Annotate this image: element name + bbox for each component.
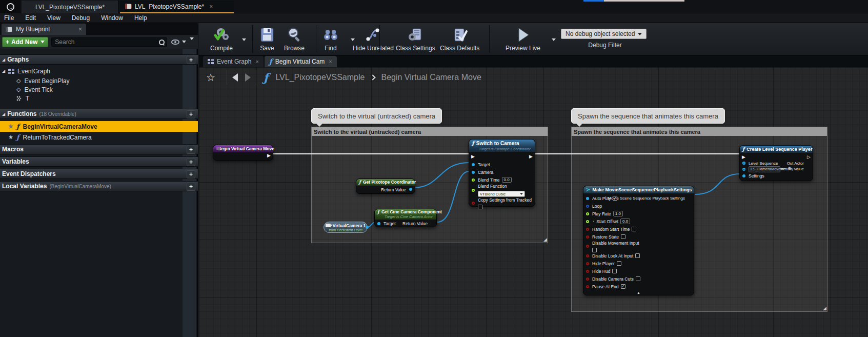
unreal-logo[interactable] (0, 0, 21, 13)
collapse-node-icon[interactable]: ▲ (637, 291, 640, 294)
object-pin[interactable] (472, 163, 475, 166)
menu-file[interactable]: File (4, 14, 20, 22)
pause-at-end-checkbox[interactable]: ✓ (621, 284, 625, 289)
node-get-pixotope-coordinator[interactable]: ƒ Get Pixotope Coordinator Return Value (356, 179, 415, 194)
blend-function-dropdown[interactable]: VTBlend Cubic (478, 191, 525, 197)
bool-pin[interactable] (586, 270, 589, 273)
browse-button[interactable]: Browse (284, 26, 305, 52)
close-icon[interactable]: × (329, 58, 332, 65)
sidebar-item-beginvirtualcameramove[interactable]: ★ ƒ BeginVirtualCameraMove (0, 121, 198, 132)
preview-live-button[interactable]: Preview Live (506, 26, 540, 52)
hide-player-checkbox[interactable] (617, 261, 621, 266)
start-offset-input[interactable]: 0.0 (620, 219, 630, 224)
local-variables-section-header[interactable]: Local Variables (BeginVirtualCameraMove)… (0, 181, 198, 191)
float-pin[interactable] (586, 212, 589, 215)
return-value-pin[interactable] (409, 188, 412, 191)
breadcrumb-root[interactable]: LVL_PixotopeVSSample (275, 73, 365, 82)
graphs-section-header[interactable]: ◢ Graphs + (0, 54, 198, 65)
favorite-star-icon[interactable]: ★ (8, 123, 13, 130)
float-pin[interactable] (586, 220, 589, 223)
disable-camera-cuts-checkbox[interactable] (636, 276, 640, 281)
node-switch-to-camera[interactable]: ƒ Switch to Camera Target is Pixotope Co… (469, 139, 535, 207)
add-variable-button[interactable]: + (187, 158, 195, 166)
hide-hud-checkbox[interactable] (612, 269, 617, 273)
nav-forward-icon[interactable] (245, 73, 251, 82)
my-blueprint-tab[interactable]: My Blueprint × (2, 24, 86, 35)
level-sequence-dropdown[interactable]: LS_CameraMove (749, 166, 780, 172)
add-graph-button[interactable]: + (187, 56, 195, 64)
node-create-level-sequence-player[interactable]: ƒ Create Level Sequence Player ▶ ▷ Level… (739, 145, 813, 181)
add-new-button[interactable]: + Add New (2, 37, 48, 47)
copy-settings-checkbox[interactable] (478, 205, 482, 209)
preview-options-icon[interactable] (552, 38, 556, 41)
compile-options-icon[interactable] (242, 38, 246, 41)
resize-handle-icon[interactable]: ◢ (823, 306, 826, 311)
bool-pin[interactable] (586, 235, 589, 239)
class-defaults-button[interactable]: Class Defaults (440, 26, 479, 52)
exec-out-pin[interactable]: ▶ (267, 153, 271, 158)
hide-unrelated-button[interactable]: Hide Unrelated (353, 26, 394, 52)
sidebar-item-returntotrackedcamera[interactable]: ★ ƒ ReturnToTrackedCamera (0, 132, 198, 142)
functions-section-header[interactable]: ◢ Functions (18 Overridable) + (0, 109, 198, 119)
macros-section-header[interactable]: Macros + (0, 144, 198, 154)
favorite-star-icon[interactable]: ★ (8, 134, 13, 141)
exec-out-pin[interactable]: ▶ (529, 154, 533, 159)
node-make-playback-settings[interactable]: ≻ Make MovieSceneSequencePlaybackSetting… (583, 186, 694, 295)
variables-section-header[interactable]: Variables + (0, 156, 198, 167)
find-button[interactable]: Find (322, 26, 339, 52)
add-macro-button[interactable]: + (187, 146, 195, 154)
bool-pin[interactable] (472, 202, 475, 205)
exec-out-pin[interactable]: ▷ (807, 155, 811, 160)
out-actor-pin[interactable] (742, 162, 745, 165)
compile-button[interactable]: Compile (210, 26, 233, 52)
debug-object-dropdown[interactable]: No debug object selected (561, 29, 647, 39)
tab-event-graph[interactable]: Event Graph × (203, 56, 264, 67)
save-button[interactable]: Save (258, 26, 276, 52)
bool-pin[interactable] (586, 254, 589, 257)
tab-begin-virtual-camera-move[interactable]: ƒ Begin Virtual Cam × (265, 56, 337, 67)
struct-out-pin[interactable] (586, 197, 589, 200)
bool-pin[interactable] (586, 228, 589, 231)
bool-pin[interactable] (586, 277, 589, 281)
resize-handle-icon[interactable]: ◢ (543, 237, 547, 242)
random-start-time-checkbox[interactable] (632, 227, 636, 231)
sidebar-item-event-tick[interactable]: ◇ Event Tick (0, 85, 185, 94)
add-function-button[interactable]: + (187, 110, 195, 118)
exec-in-pin[interactable]: ▶ (742, 155, 745, 160)
disable-look-at-input-checkbox[interactable] (635, 253, 640, 258)
sidebar-item-t[interactable]: T (0, 94, 185, 103)
menu-debug[interactable]: Debug (72, 14, 96, 22)
enum-pin[interactable] (472, 189, 475, 192)
search-input[interactable] (55, 38, 155, 46)
nav-back-icon[interactable] (232, 73, 238, 82)
event-dispatchers-section-header[interactable]: Event Dispatchers + (0, 169, 198, 179)
menu-view[interactable]: View (47, 14, 67, 22)
float-pin[interactable] (472, 179, 475, 182)
close-icon[interactable]: × (209, 3, 213, 10)
comment-header[interactable]: Spawn the sequence that animates this ca… (572, 127, 827, 136)
exec-in-pin[interactable]: ▶ (471, 154, 475, 159)
add-event-dispatcher-button[interactable]: + (187, 170, 195, 179)
close-icon[interactable]: × (255, 58, 258, 65)
graph-canvas[interactable]: ☆ ƒ LVL_PixotopeVSSample Begin Virtual C… (199, 67, 868, 337)
class-settings-button[interactable]: Class Settings (396, 26, 435, 52)
bool-pin[interactable] (586, 245, 589, 248)
sidebar-item-event-beginplay[interactable]: ◇ Event BeginPlay (0, 76, 185, 85)
struct-pin[interactable] (586, 205, 589, 208)
favorite-star-icon[interactable]: ☆ (206, 71, 215, 84)
object-out-pin[interactable] (366, 226, 369, 229)
restore-state-checkbox[interactable] (621, 234, 625, 239)
hide-unrelated-options-icon[interactable] (351, 38, 355, 41)
visibility-filter[interactable] (171, 39, 186, 45)
close-icon[interactable]: × (78, 26, 82, 33)
node-get-cine-camera-component[interactable]: ƒ Get Cine Camera Component Target is Ci… (374, 209, 437, 227)
return-value-pin[interactable] (742, 168, 745, 171)
node-begin-virtual-camera-move[interactable]: Begin Virtual Camera Move ▶ (213, 145, 273, 161)
asset-tab-inactive[interactable]: LVL_PixotopeVSSample* (22, 1, 119, 13)
settings-pin[interactable] (742, 174, 745, 177)
comment-header[interactable]: Switch to the virtual (untracked) camera (312, 127, 548, 136)
asset-tab-active[interactable]: LVL_PixotopeVSSample* × (120, 1, 234, 13)
menu-window[interactable]: Window (101, 14, 129, 22)
menu-help[interactable]: Help (134, 14, 153, 22)
menu-edit[interactable]: Edit (25, 14, 42, 22)
